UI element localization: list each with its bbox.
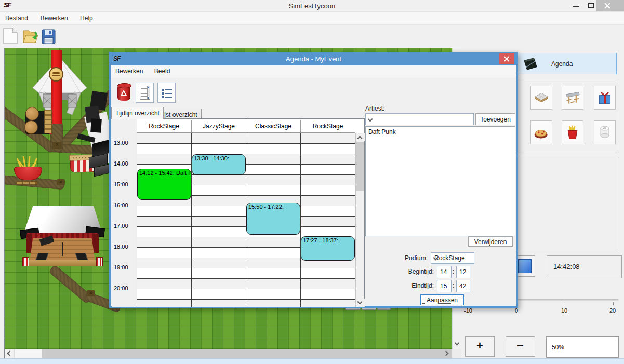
new-file-icon [2,27,19,45]
schedule-event[interactable]: 15:50 - 17:22: [246,203,300,234]
path-junction: × [52,142,62,149]
save-file-button[interactable] [42,29,60,48]
scroll-down-button[interactable] [453,340,462,349]
schedule-event[interactable]: 13:30 - 14:30: [192,154,246,175]
scroll-up-button[interactable] [356,133,365,141]
fries-stand [14,155,42,182]
toilet-roll-icon [597,125,613,140]
add-artist-button[interactable]: Toevoegen [475,113,515,125]
stage-frame-icon [565,90,580,105]
trash-icon [117,85,130,101]
agenda-panel-button[interactable]: Agenda [514,53,617,74]
dialog-close-button[interactable] [499,53,514,64]
schedule-event[interactable]: 14:12 - 15:42: Daft Punk [137,169,191,200]
podium-combobox[interactable]: RockStage [431,252,474,264]
minimize-button[interactable] [569,0,583,11]
begin-minute-input[interactable] [456,266,470,278]
slider-tick-label: 20 [609,307,616,314]
path-junction: × [87,290,95,296]
wood-planks [16,181,38,185]
scroll-down-button[interactable] [356,299,365,307]
remove-artist-button[interactable]: Verwijderen [468,236,513,247]
shop-item-gift-shop-button[interactable] [594,86,616,110]
close-button[interactable] [596,0,624,11]
apply-button[interactable]: Aanpassen [420,294,464,305]
slider-tick [613,302,614,305]
fries-icon [565,125,580,140]
time-separator: : [453,282,454,289]
shop-item-pizza-stand-button[interactable] [530,120,552,144]
dialog-titlebar[interactable]: SF Agenda - MyEvent [111,53,516,65]
scrollbar-thumb[interactable] [356,142,364,191]
grid-column-line [300,133,301,307]
scrollbar-thumb[interactable] [14,349,42,358]
end-minute-input[interactable] [456,280,470,292]
begin-time-label: Begintijd: [400,268,434,275]
begin-hour-input[interactable] [437,266,452,278]
shop-item-toilet-roll-button[interactable] [594,120,616,144]
menu-bewerken[interactable]: Bewerken [35,12,73,24]
menu-bestand[interactable]: Bestand [0,12,33,24]
slider-tick [565,302,565,305]
window-titlebar: SF SimFestTycoon [0,0,624,11]
gift-icon [597,90,613,105]
artist-list-item[interactable]: Daft Punk [366,127,515,137]
status-bar [0,358,624,364]
slider-tick-label: -10 [464,307,472,314]
main-menubar: Bestand Bewerken Help [0,11,624,25]
timeline-list-icon [140,86,150,100]
schedule-column-header: RockStage [300,120,355,133]
game-clock: 14:42:08 [547,255,622,278]
slider-tick-label: 0 [515,307,518,314]
agenda-book-icon [522,57,539,72]
shop-item-stage-floor-button[interactable] [530,86,552,110]
zoom-out-button[interactable]: − [506,336,535,357]
timeline-view-button[interactable] [136,83,154,103]
chevron-left-icon [7,351,12,356]
dialog-menubar: Bewerken Beeld [111,65,516,78]
artist-combobox[interactable] [365,113,474,125]
agenda-dialog: SF Agenda - MyEvent Bewerken Beeld Tijdl… [109,52,518,308]
speaker-rig [76,92,113,178]
scrollbar-corner [452,349,461,358]
schedule-column-header: ClassicStage [246,120,300,133]
list-view-button[interactable] [157,83,176,103]
schedule-header-row: RockStageJazzyStageClassicStageRockStage [112,119,364,133]
maximize-icon [588,3,594,8]
end-hour-input[interactable] [437,280,452,292]
scroll-left-button[interactable] [5,349,14,358]
new-file-button[interactable] [2,27,21,46]
burger-logo [49,67,63,82]
chevron-down-icon [368,117,373,122]
minimize-icon [573,6,579,7]
artist-listbox[interactable]: Daft Punk [365,126,515,236]
schedule-column-header: RockStage [137,120,191,133]
schedule-grid: 13:0014:0015:0016:0017:0018:0019:0020:00… [112,118,365,307]
save-file-icon [42,29,56,45]
schedule-scrollbar[interactable] [355,133,364,307]
delete-event-button[interactable] [115,83,133,103]
bullet-list-icon [162,88,172,98]
dialog-menu-beeld[interactable]: Beeld [150,65,175,77]
path-junction: × [57,179,65,185]
tab-tijdlijn-overzicht[interactable]: Tijdlijn overzicht [111,107,164,119]
chevron-down-icon [455,341,460,346]
podium-combo-value: RockStage [434,254,465,262]
chevron-right-icon [444,351,449,356]
menu-help[interactable]: Help [75,12,98,24]
chevron-down-icon [357,300,363,305]
shop-item-fries-stand-button[interactable] [562,120,583,144]
time-separator: : [453,268,454,275]
zoom-in-button[interactable]: + [465,336,495,357]
open-file-button[interactable] [22,28,41,47]
dialog-menu-bewerken[interactable]: Bewerken [111,65,148,77]
scroll-right-button[interactable] [443,349,452,358]
wood-pallet [44,110,52,133]
schedule-event[interactable]: 17:27 - 18:37: [301,236,355,261]
dialog-title: Agenda - MyEvent [111,55,516,63]
grid-column-line [137,133,137,307]
shop-item-stage-frame-button[interactable] [562,86,583,110]
pizza-icon [534,125,549,140]
podium-label: Podium: [391,254,428,262]
map-horizontal-scrollbar[interactable] [5,349,452,358]
